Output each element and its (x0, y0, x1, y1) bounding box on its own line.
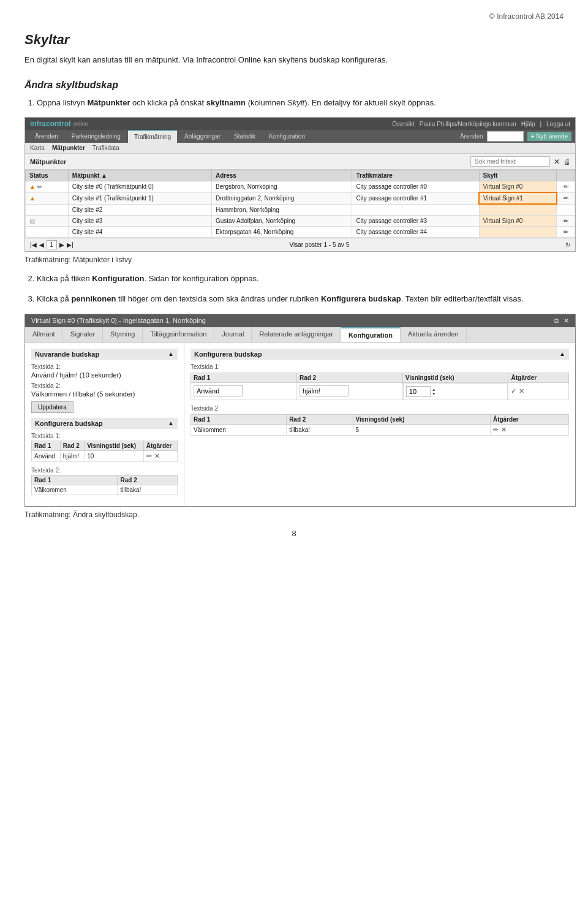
matpunkt-cell[interactable]: City site #4 (68, 226, 211, 237)
subnav-trafikdata[interactable]: Trafikdata (92, 145, 119, 151)
modal-screenshot: Virtual Sign #0 (Trafikskylt 0) - Ingels… (24, 314, 576, 507)
print-icon[interactable]: 🖨 (564, 158, 570, 165)
skylt-cell[interactable]: Virtual Sign #0 (479, 181, 557, 193)
edit-icon-r2[interactable]: ✏ (493, 426, 499, 434)
adress-cell: Gustav Adolfplan, Norrköping (212, 215, 352, 226)
rad1-input[interactable] (194, 385, 243, 396)
row-action-cell[interactable]: ✏ (557, 192, 575, 204)
delete-icon[interactable]: ✕ (154, 452, 160, 460)
modal-tab-aktuella[interactable]: Aktuella ärenden (401, 327, 467, 342)
modal-tab-signaler[interactable]: Signaler (63, 327, 103, 342)
brand-sub: online (74, 121, 88, 127)
col-rad2-left2: Rad 2 (118, 475, 178, 485)
modal-close-btn[interactable]: ✕ (564, 317, 569, 325)
search-clear-icon[interactable]: ✕ (554, 157, 560, 166)
trafikmatare-cell: City passage controller #0 (352, 181, 479, 193)
nav-tab-anlaggningar[interactable]: Anläggningar (178, 131, 227, 142)
atgarder-val: ✏ ✕ (143, 450, 177, 461)
refresh-icon[interactable]: ↻ (565, 241, 570, 248)
subnav-karta[interactable]: Karta (30, 145, 45, 151)
matpunkt-cell[interactable]: City site #3 (68, 215, 211, 226)
subnav-matpunkter[interactable]: Mätpunkter (52, 145, 85, 151)
modal-tab-styrning[interactable]: Styrning (103, 327, 143, 342)
matpunkt-cell[interactable]: City site #2 (68, 204, 211, 215)
caption-1: Trafikmätning: Mätpunkter i listvy. (24, 256, 564, 264)
rad2-input[interactable] (300, 385, 349, 396)
modal-window-icon[interactable]: ⧉ (554, 317, 559, 325)
table-row: ▲ ✏ City site #0 (Trafikmätpunkt 0) Berg… (26, 181, 575, 193)
page-prev-btn[interactable]: ◀ (39, 241, 44, 248)
top-navigation: Översikt Paula Phillips/Norrköpings komm… (392, 121, 570, 127)
spinner-up[interactable]: ▲ (432, 387, 436, 392)
topnav-help[interactable]: Hjälp (521, 121, 535, 127)
textsida2-left-label: Textsida 2: (31, 467, 178, 474)
page-last-btn[interactable]: ▶| (67, 241, 74, 248)
nav-tab-trafikmatning[interactable]: Trafikmätning (128, 130, 177, 143)
topnav-logout[interactable]: Logga ut (546, 121, 570, 127)
trafikmatare-cell: City passage controller #1 (352, 192, 479, 204)
col-rad1-right1: Rad 1 (191, 373, 297, 382)
col-vistid-right1: Visningstid (sek) (402, 373, 508, 382)
spinner-down[interactable]: ▼ (432, 392, 436, 396)
trafikmatare-cell (352, 204, 479, 215)
nav-tab-arenden[interactable]: Ärenden (29, 131, 64, 142)
status-cell: ▲ ✏ (26, 181, 69, 193)
page-next-btn[interactable]: ▶ (59, 241, 64, 248)
arenden-search-input[interactable] (487, 131, 524, 142)
adress-cell: Hammbron, Norrköping (212, 204, 352, 215)
app-topbar: infracontrol online Översikt Paula Phill… (25, 118, 575, 130)
rad2-input-cell (296, 382, 402, 400)
confirm-icon[interactable]: ✓ (511, 387, 516, 395)
col-rad1-left: Rad 1 (32, 441, 61, 450)
tid-input[interactable] (406, 386, 431, 397)
konfigurera-budskap-arrow-left[interactable]: ▲ (168, 420, 174, 426)
page-number[interactable]: 1 (47, 240, 58, 249)
delete-icon-r2[interactable]: ✕ (501, 426, 507, 434)
page-first-btn[interactable]: |◀ (30, 241, 37, 248)
textsida2-left-table: Rad 1 Rad 2 Välkommen tillbaka! (31, 475, 178, 495)
textsida1-right-table: Rad 1 Rad 2 Visningstid (sek) Åtgärder (190, 373, 569, 401)
intro-paragraph: En digital skylt kan anslutas till en mä… (24, 54, 564, 66)
status-cell: ▨ (26, 215, 69, 226)
nav-tab-statistik[interactable]: Statistik (228, 131, 262, 142)
app-toolbar: Mätpunkter ✕ 🖨 (25, 154, 575, 170)
topnav-overview[interactable]: Översikt (392, 121, 415, 127)
modal-tabs: Allmänt Signaler Styrning Tilläggsinform… (25, 327, 575, 343)
modal-tab-allmant[interactable]: Allmänt (25, 327, 63, 342)
modal-tab-journal[interactable]: Journal (214, 327, 252, 342)
search-input[interactable] (470, 156, 550, 167)
modal-tab-tillaggsinformation[interactable]: Tilläggsinformation (143, 327, 214, 342)
matpunkt-cell[interactable]: City site #1 (Trafikmätpunkt 1) (68, 192, 211, 204)
tid-val: 10 (85, 450, 144, 461)
col-matpunkt[interactable]: Mätpunkt ▲ (68, 170, 211, 181)
konfigurera-budskap-label-right: Konfigurera budskap (194, 351, 262, 358)
textsida2-right-label: Textsida 2: (190, 405, 569, 412)
row-action-cell[interactable]: ✏ (557, 215, 575, 226)
edit-icon[interactable]: ✏ (146, 452, 152, 460)
rad1-val-right2: Välkommen (191, 425, 287, 436)
col-rad2-right1: Rad 2 (296, 373, 402, 382)
row-action-cell[interactable]: ✏ (557, 181, 575, 193)
textsida2-current-label: Textsida 2: (31, 382, 178, 389)
skylt-cell-selected[interactable]: Virtual Sign #1 (479, 192, 557, 204)
matpunkt-cell[interactable]: City site #0 (Trafikmätpunkt 0) (68, 181, 211, 193)
topnav-user[interactable]: Paula Phillips/Norrköpings kommun (420, 121, 516, 127)
textsida1-left-label: Textsida 1: (31, 433, 178, 439)
nuvarande-budskap-arrow[interactable]: ▲ (168, 351, 174, 357)
nav-tab-konfiguration[interactable]: Konfiguration (263, 131, 311, 142)
step-3: Klicka på pennikonen till höger om den t… (37, 293, 564, 305)
new-arende-button[interactable]: + Nytt ärende (527, 132, 571, 141)
row-action-cell (557, 204, 575, 215)
update-button[interactable]: Uppdatera (31, 401, 74, 413)
konfigurera-budskap-arrow-right[interactable]: ▲ (559, 351, 565, 357)
modal-title: Virtual Sign #0 (Trafikskylt 0) - Ingels… (31, 317, 206, 324)
skylt-cell[interactable]: Virtual Sign #0 (479, 215, 557, 226)
table-row: City site #4 Ektorpsgatan 46, Norrköping… (26, 226, 575, 237)
cancel-icon[interactable]: ✕ (519, 387, 524, 395)
modal-tab-relaterade[interactable]: Relaterade anläggningar (252, 327, 341, 342)
nav-tab-parkeringsledning[interactable]: Parkeringsledning (66, 131, 127, 142)
row-action-cell[interactable]: ✏ (557, 226, 575, 237)
modal-tab-konfiguration[interactable]: Konfiguration (341, 327, 401, 342)
toolbar-section-label: Mätpunkter (30, 158, 66, 165)
textsida1-current-label: Textsida 1: (31, 363, 178, 370)
